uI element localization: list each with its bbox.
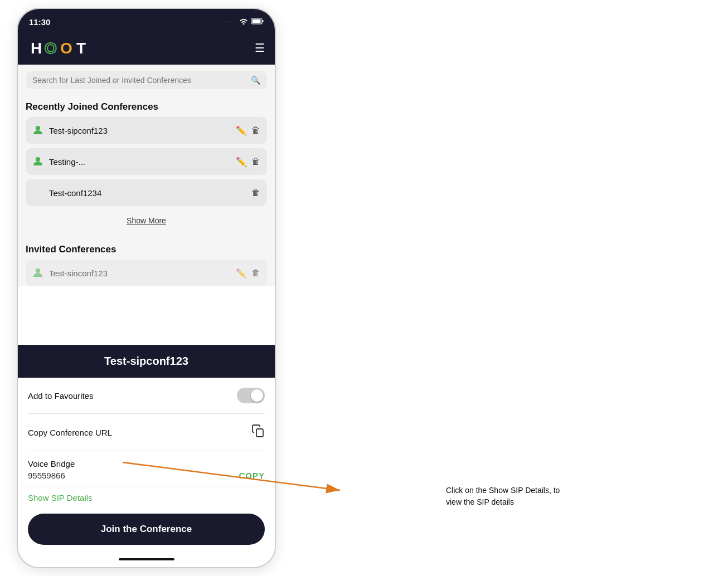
show-more-button[interactable]: Show More (26, 211, 267, 233)
voice-bridge-label: Voice Bridge (28, 459, 265, 468)
invited-actions-1: ✏️ 🗑 (236, 268, 260, 279)
app-header: H O O T ☰ (18, 33, 275, 65)
user-icon-2 (32, 156, 43, 167)
status-time: 11:30 (29, 17, 50, 27)
voice-bridge-section: Voice Bridge 95559866 COPY (18, 451, 275, 486)
invited-section: Invited Conferences Test-sinconf123 ✏️ 🗑 (18, 238, 275, 286)
svg-text:O: O (45, 40, 57, 57)
voice-bridge-copy-button[interactable]: COPY (239, 471, 265, 480)
voice-bridge-number: 95559866 (28, 471, 65, 480)
copy-url-label: Copy Conference URL (28, 428, 112, 437)
svg-point-8 (36, 157, 40, 162)
svg-rect-2 (263, 20, 264, 22)
conference-actions-3: 🗑 (251, 188, 260, 198)
search-input[interactable] (32, 76, 246, 85)
app-logo: H O O T (28, 38, 100, 58)
invited-delete-icon[interactable]: 🗑 (251, 268, 260, 278)
invited-name-1: Test-sinconf123 (49, 269, 230, 278)
delete-icon-2[interactable]: 🗑 (251, 157, 260, 167)
delete-icon-3[interactable]: 🗑 (251, 188, 260, 198)
phone-frame: 11:30 ···· H O O T ☰ (17, 8, 276, 568)
detail-conference-name: Test-sipconf123 (104, 355, 188, 367)
detail-header: Test-sipconf123 (18, 345, 275, 378)
signal-icon: ···· (226, 19, 236, 25)
join-button-label: Join the Conference (101, 524, 192, 534)
svg-point-7 (36, 126, 40, 130)
favourites-toggle[interactable] (237, 388, 265, 403)
invited-title: Invited Conferences (26, 238, 267, 260)
wifi-icon (239, 18, 248, 26)
svg-text:O: O (60, 40, 72, 57)
invited-edit-icon[interactable]: ✏️ (236, 268, 247, 279)
home-bar (18, 554, 275, 567)
invited-user-icon (32, 267, 43, 279)
favourites-label: Add to Favourites (28, 391, 94, 401)
svg-rect-10 (256, 429, 263, 437)
search-icon: 🔍 (251, 76, 260, 85)
svg-text:H: H (31, 40, 42, 57)
join-conference-button[interactable]: Join the Conference (28, 514, 265, 545)
search-bar[interactable]: 🔍 (26, 71, 267, 89)
edit-icon-1[interactable]: ✏️ (236, 125, 247, 136)
voice-bridge-row: 95559866 COPY (28, 471, 265, 480)
svg-point-9 (36, 269, 40, 273)
recently-joined-title: Recently Joined Conferences (26, 96, 267, 117)
conference-name-2: Testing-... (49, 157, 230, 167)
annotation-text: Click on the Show SIP Details, to view t… (446, 485, 574, 508)
conference-actions-2: ✏️ 🗑 (236, 157, 260, 167)
search-container: 🔍 (18, 65, 275, 96)
copy-url-row[interactable]: Copy Conference URL (28, 414, 265, 451)
detail-panel: Test-sipconf123 Add to Favourites Copy C… (18, 345, 275, 567)
invited-item-1[interactable]: Test-sinconf123 ✏️ 🗑 (26, 260, 267, 286)
status-bar: 11:30 ···· (18, 9, 275, 33)
conference-name-3: Test-conf1234 (49, 188, 246, 198)
home-bar-line (119, 558, 174, 560)
sip-details-link[interactable]: Show SIP Details (18, 486, 103, 509)
conference-item-1[interactable]: Test-sipconf123 ✏️ 🗑 (26, 117, 267, 144)
conference-actions-1: ✏️ 🗑 (236, 125, 260, 136)
options-list: Add to Favourites Copy Conference URL (18, 378, 275, 451)
svg-text:T: T (76, 40, 86, 57)
delete-icon-1[interactable]: 🗑 (251, 125, 260, 135)
copy-url-icon[interactable] (251, 424, 265, 441)
recently-joined-section: Recently Joined Conferences Test-sipconf… (18, 96, 275, 238)
menu-icon[interactable]: ☰ (255, 41, 265, 55)
status-icons: ···· (226, 18, 264, 26)
conference-item-3[interactable]: Test-conf1234 🗑 (26, 179, 267, 206)
svg-rect-1 (253, 19, 261, 23)
user-icon-1 (32, 125, 43, 136)
battery-icon (251, 18, 264, 26)
favourites-row: Add to Favourites (28, 378, 265, 414)
edit-icon-2[interactable]: ✏️ (236, 157, 247, 167)
conference-name-1: Test-sipconf123 (49, 126, 230, 135)
conference-item-2[interactable]: Testing-... ✏️ 🗑 (26, 148, 267, 175)
